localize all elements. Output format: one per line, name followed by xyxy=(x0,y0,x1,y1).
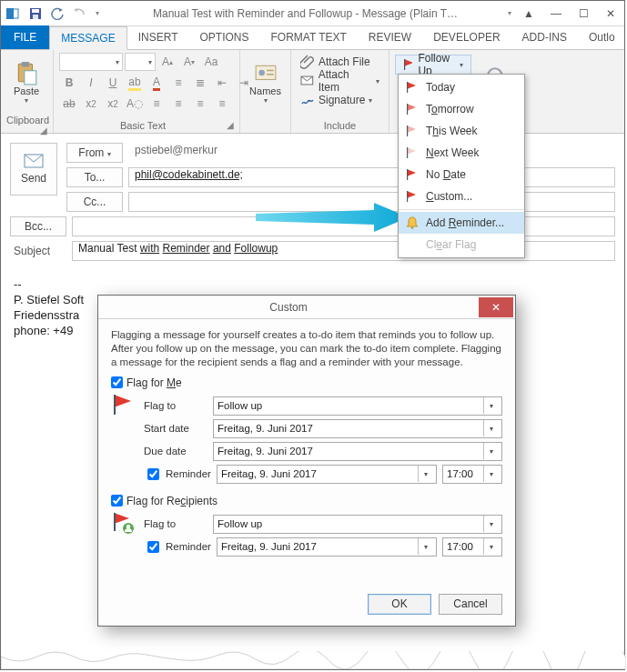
title-overflow-caret-icon[interactable]: ▾ xyxy=(504,9,515,17)
minimize-button[interactable]: — xyxy=(542,2,570,25)
cancel-button[interactable]: Cancel xyxy=(439,594,502,615)
svg-rect-9 xyxy=(25,70,36,84)
flag-for-me-checkbox[interactable]: Flag for Me xyxy=(111,376,502,389)
recipient-reminder-time-combo[interactable]: 17:00▾ xyxy=(442,537,502,557)
superscript-icon[interactable]: x2 xyxy=(103,95,123,113)
svg-marker-33 xyxy=(256,203,409,232)
qat-customize-caret-icon[interactable]: ▾ xyxy=(92,9,103,17)
tabs-overflow[interactable]: Outlo xyxy=(578,25,617,49)
subject-field[interactable]: Manual Test with Reminder and Followup xyxy=(72,241,615,261)
clear-formatting-icon[interactable]: A◌ xyxy=(125,95,145,113)
outlook-app-icon xyxy=(5,5,23,23)
ribbon-collapse-icon[interactable]: ▲ xyxy=(515,2,542,25)
justify-icon[interactable]: ≡ xyxy=(212,95,232,113)
bold-icon[interactable]: B xyxy=(59,74,79,92)
align-center-icon[interactable]: ≡ xyxy=(168,95,188,113)
highlight-icon[interactable]: ab xyxy=(125,74,145,92)
decrease-indent-icon[interactable]: ⇤ xyxy=(212,74,232,92)
tab-developer[interactable]: DEVELOPER xyxy=(422,25,511,49)
subscript-icon[interactable]: x2 xyxy=(81,95,101,113)
flag-icon xyxy=(111,393,137,487)
from-button[interactable]: From ▾ xyxy=(66,143,123,163)
svg-rect-4 xyxy=(33,15,38,19)
tab-review[interactable]: REVIEW xyxy=(358,25,422,49)
svg-rect-1 xyxy=(6,8,14,19)
tab-message[interactable]: MESSAGE xyxy=(49,26,126,50)
save-icon[interactable] xyxy=(26,5,45,23)
tab-insert[interactable]: INSERT xyxy=(127,25,189,49)
bullets-icon[interactable]: ≡ xyxy=(168,74,188,92)
dropdown-item-clear-flag: Clear Flag xyxy=(399,234,524,256)
start-date-combo[interactable]: Freitag, 9. Juni 2017▾ xyxy=(213,419,502,438)
to-button[interactable]: To... xyxy=(66,167,123,187)
recipient-reminder-date-combo[interactable]: Freitag, 9. Juni 2017▾ xyxy=(217,537,437,557)
recipient-reminder-checkbox[interactable]: Reminder xyxy=(144,538,211,556)
undo-icon[interactable] xyxy=(48,5,66,23)
numbering-icon[interactable]: ≣ xyxy=(190,74,210,92)
signature-button[interactable]: Signature▾ xyxy=(297,91,376,109)
ribbon-group-names: Names ▾ xyxy=(240,50,291,133)
flag-to-label: Flag to xyxy=(144,400,207,411)
svg-rect-3 xyxy=(32,9,39,13)
follow-up-button[interactable]: Follow Up ▾ xyxy=(395,55,471,75)
svg-marker-5 xyxy=(59,8,63,12)
dialog-title: Custom xyxy=(98,301,479,314)
attach-file-label: Attach File xyxy=(319,55,370,68)
strikethrough-icon[interactable]: ab xyxy=(59,95,79,113)
grow-font-icon[interactable]: A▴ xyxy=(157,53,177,71)
ribbon-group-clipboard: Paste ▾ Clipboard◢ xyxy=(1,50,54,133)
font-name-combo[interactable]: ▾ xyxy=(59,53,123,71)
svg-point-31 xyxy=(411,226,414,229)
shrink-font-icon[interactable]: A▾ xyxy=(179,53,199,71)
italic-icon[interactable]: I xyxy=(81,74,101,92)
dropdown-item-this-week[interactable]: This Week xyxy=(399,120,524,142)
basic-text-dialog-launcher-icon[interactable]: ◢ xyxy=(227,120,234,130)
bcc-button[interactable]: Bcc... xyxy=(10,216,66,236)
attach-item-button[interactable]: Attach Item▾ xyxy=(297,72,383,90)
send-label: Send xyxy=(21,172,46,185)
dropdown-item-custom[interactable]: Custom... xyxy=(399,186,524,207)
ok-button[interactable]: OK xyxy=(368,594,431,615)
flag-to-combo[interactable]: Follow up▾ xyxy=(213,396,502,416)
send-button[interactable]: Send xyxy=(10,143,57,196)
change-case-icon[interactable]: Aa xyxy=(201,53,221,71)
tab-format-text[interactable]: FORMAT TEXT xyxy=(260,25,358,49)
maximize-button[interactable]: ☐ xyxy=(570,2,597,25)
clipboard-dialog-launcher-icon[interactable]: ◢ xyxy=(40,125,47,135)
due-date-label: Due date xyxy=(144,446,207,456)
dropdown-item-tomorrow[interactable]: Tomorrow xyxy=(399,98,524,120)
start-date-label: Start date xyxy=(144,423,207,434)
dropdown-item-add-reminder[interactable]: Add Reminder... xyxy=(399,212,524,234)
dropdown-separator xyxy=(399,209,524,210)
paste-button[interactable]: Paste ▾ xyxy=(6,53,46,113)
dropdown-item-next-week[interactable]: Next Week xyxy=(399,142,524,164)
svg-rect-26 xyxy=(407,147,408,158)
to-field[interactable]: phil@codekabinett.de; xyxy=(128,167,615,187)
align-right-icon[interactable]: ≡ xyxy=(190,95,210,113)
redo-icon[interactable] xyxy=(70,5,88,23)
dropdown-item-today[interactable]: Today xyxy=(399,76,524,98)
reminder-time-combo[interactable]: 17:00▾ xyxy=(442,465,502,484)
recipient-flag-to-combo[interactable]: Follow up▾ xyxy=(213,515,502,534)
underline-icon[interactable]: U xyxy=(103,74,123,92)
custom-dialog: Custom ✕ Flagging a message for yourself… xyxy=(97,295,516,627)
basic-text-group-label: Basic Text xyxy=(120,120,166,131)
tab-options[interactable]: OPTIONS xyxy=(189,25,260,49)
dialog-close-button[interactable]: ✕ xyxy=(479,297,513,317)
flag-for-recipients-checkbox[interactable]: Flag for Recipients xyxy=(111,495,502,507)
due-date-combo[interactable]: Freitag, 9. Juni 2017▾ xyxy=(213,442,502,461)
reminder-date-combo[interactable]: Freitag, 9. Juni 2017▾ xyxy=(217,465,437,484)
tab-addins[interactable]: ADD-INS xyxy=(511,25,578,49)
recipient-flag-icon xyxy=(111,511,137,560)
cc-button[interactable]: Cc... xyxy=(66,192,123,212)
paste-label: Paste xyxy=(14,85,39,96)
names-button[interactable]: Names ▾ xyxy=(246,53,285,113)
dropdown-item-no-date[interactable]: No Date xyxy=(399,164,524,186)
align-left-icon[interactable]: ≡ xyxy=(147,95,167,113)
annotation-arrow-icon xyxy=(256,201,410,237)
tab-file[interactable]: FILE xyxy=(1,25,49,49)
font-size-combo[interactable]: ▾ xyxy=(125,53,156,71)
font-color-icon[interactable]: A xyxy=(147,74,167,92)
reminder-checkbox[interactable]: Reminder xyxy=(144,466,211,483)
close-button[interactable]: ✕ xyxy=(597,2,624,25)
